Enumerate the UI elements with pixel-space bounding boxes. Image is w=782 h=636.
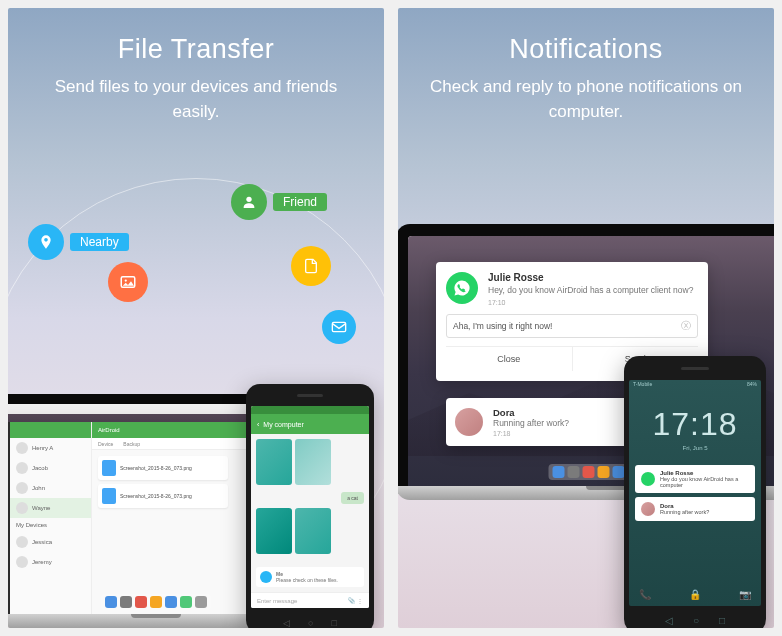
message-text: Hey, do you know AirDroid has a computer… — [488, 285, 698, 296]
whatsapp-icon — [641, 472, 655, 486]
dock-icon[interactable] — [105, 596, 117, 608]
tab-device[interactable]: Device — [98, 441, 113, 447]
friend-label: Friend — [273, 193, 327, 211]
android-navbar: ◁ ○ □ — [246, 618, 374, 628]
sender-name: Julie Rosse — [488, 272, 698, 283]
contact-name[interactable]: Jessica — [32, 539, 52, 545]
back-icon[interactable]: ‹ — [257, 421, 259, 428]
phone-lockscreen-mockup: T-Mobile 84% 17:18 Fri, Jun 5 Julie Ross… — [624, 356, 766, 628]
dock-icon[interactable] — [195, 596, 207, 608]
mail-bubble — [322, 310, 356, 344]
panel-title: Notifications — [398, 8, 774, 75]
macos-dock — [101, 594, 211, 610]
file-item[interactable]: Screenshot_2015-8-26_073.png — [98, 456, 228, 480]
nearby-label: Nearby — [70, 233, 129, 251]
android-navbar: ◁ ○ □ — [624, 615, 766, 626]
file-icon — [102, 488, 116, 504]
avatar-icon — [260, 571, 272, 583]
person-icon — [231, 184, 267, 220]
mail-icon — [322, 310, 356, 344]
phone-mockup: ‹ My computer a cat MePlease check on th… — [246, 384, 374, 628]
avatar — [641, 502, 655, 516]
dock-icon[interactable] — [583, 466, 595, 478]
phone-app-header: ‹ My computer — [251, 414, 369, 434]
contact-name[interactable]: John — [32, 485, 45, 491]
svg-point-0 — [246, 197, 251, 202]
lockscreen-time: 17:18 — [629, 406, 761, 443]
svg-rect-3 — [332, 322, 345, 331]
dock-icon[interactable] — [180, 596, 192, 608]
file-transfer-panel: File Transfer Send files to your devices… — [8, 8, 384, 628]
lockscreen-notification[interactable]: Julie RosseHey do you know AirDroid has … — [635, 465, 755, 493]
phone-shortcut-icon[interactable]: 📞 — [639, 589, 651, 600]
file-item[interactable]: Screenshot_2015-8-26_073.png — [98, 484, 228, 508]
thumbnail[interactable] — [256, 508, 292, 554]
message-input[interactable]: Enter message 📎 ⋮ — [251, 592, 369, 608]
battery-label: 84% — [747, 381, 757, 389]
home-button[interactable]: ○ — [693, 615, 699, 626]
photo-bubble — [108, 262, 148, 302]
dock-icon[interactable] — [150, 596, 162, 608]
image-thumbnails — [256, 439, 364, 485]
back-button[interactable]: ◁ — [665, 615, 673, 626]
lock-icon[interactable]: 🔒 — [689, 589, 701, 600]
dock-icon[interactable] — [165, 596, 177, 608]
nearby-bubble: Nearby — [28, 224, 129, 260]
back-button[interactable]: ◁ — [283, 618, 290, 628]
dock-icon[interactable] — [598, 466, 610, 478]
note-text: Please check on these files. — [276, 577, 338, 583]
camera-shortcut-icon[interactable]: 📷 — [739, 589, 751, 600]
dock-icon[interactable] — [135, 596, 147, 608]
contact-name[interactable]: Henry A — [32, 445, 53, 451]
contacts-list: Henry A Jacob John Wayne My Devices Jess… — [10, 422, 92, 614]
dock-icon[interactable] — [613, 466, 625, 478]
whatsapp-icon — [446, 272, 478, 304]
file-icon — [102, 460, 116, 476]
thumbnail[interactable] — [256, 439, 292, 485]
pin-icon — [28, 224, 64, 260]
recent-button[interactable]: □ — [719, 615, 725, 626]
thumbnail[interactable] — [295, 439, 331, 485]
svg-point-2 — [125, 279, 127, 281]
note-card: MePlease check on these files. — [256, 567, 364, 587]
doc-bubble — [291, 246, 331, 286]
panel-subtitle: Send files to your devices and friends e… — [8, 75, 384, 124]
home-button[interactable]: ○ — [308, 618, 313, 628]
tab-backup[interactable]: Backup — [123, 441, 140, 447]
photo-icon — [108, 262, 148, 302]
panel-subtitle: Check and reply to phone notifications o… — [398, 75, 774, 124]
dock-icon[interactable] — [568, 466, 580, 478]
lockscreen-notification[interactable]: DoraRunning after work? — [635, 497, 755, 521]
section-header: My Devices — [16, 522, 47, 528]
contact-name[interactable]: Jacob — [32, 465, 48, 471]
thumbnail[interactable] — [295, 508, 331, 554]
timestamp: 17:10 — [488, 299, 698, 306]
avatar — [455, 408, 483, 436]
reply-input[interactable]: Aha, I'm using it right now! ⓧ — [446, 314, 698, 338]
contact-name[interactable]: Jeremy — [32, 559, 52, 565]
close-button[interactable]: Close — [446, 347, 573, 371]
message-preview: Running after work? — [660, 509, 709, 515]
phone-statusbar: T-Mobile 84% — [629, 380, 761, 390]
phone-statusbar — [251, 406, 369, 414]
document-icon — [291, 246, 331, 286]
notifications-panel: Notifications Check and reply to phone n… — [398, 8, 774, 628]
header-title: My computer — [263, 421, 303, 428]
clear-icon[interactable]: ⓧ — [681, 319, 691, 333]
friend-bubble: Friend — [231, 184, 327, 220]
message-bubble: a cat — [341, 492, 364, 504]
lockscreen-date: Fri, Jun 5 — [629, 445, 761, 451]
app-title: AirDroid — [98, 427, 120, 433]
dock-icon[interactable] — [553, 466, 565, 478]
message-preview: Hey do you know AirDroid has a computer — [660, 476, 749, 488]
panel-title: File Transfer — [8, 8, 384, 75]
carrier-label: T-Mobile — [633, 381, 652, 389]
dock-icon[interactable] — [120, 596, 132, 608]
recent-button[interactable]: □ — [332, 618, 337, 628]
contact-name[interactable]: Wayne — [32, 505, 50, 511]
attach-icon[interactable]: 📎 ⋮ — [348, 597, 363, 604]
